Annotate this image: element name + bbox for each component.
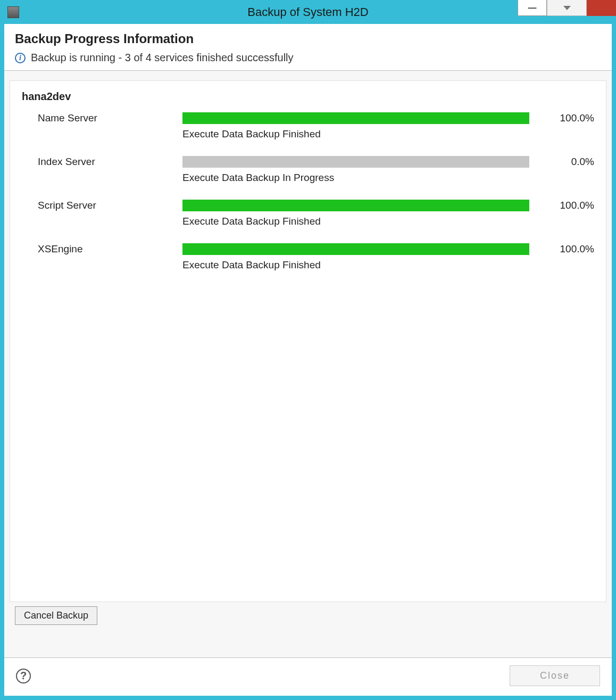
help-icon[interactable]: ? <box>16 669 31 683</box>
progress-bar-fill <box>182 112 529 124</box>
page-title: Backup Progress Information <box>15 31 601 46</box>
dialog-header: Backup Progress Information i Backup is … <box>4 24 612 71</box>
progress-cell: Execute Data Backup In Progress <box>182 156 529 184</box>
service-name: Index Server <box>22 156 176 168</box>
host-name: hana2dev <box>22 90 594 103</box>
status-text: Backup is running - 3 of 4 services fini… <box>31 52 294 64</box>
service-row: Index ServerExecute Data Backup In Progr… <box>22 156 594 184</box>
service-row: XSEngineExecute Data Backup Finished100.… <box>22 243 594 271</box>
progress-panel: hana2dev Name ServerExecute Data Backup … <box>10 80 606 602</box>
service-status: Execute Data Backup Finished <box>182 259 529 271</box>
minimize-button[interactable]: ─ <box>518 0 547 16</box>
progress-cell: Execute Data Backup Finished <box>182 200 529 227</box>
close-window-button[interactable] <box>587 0 616 16</box>
chevron-down-icon <box>563 6 571 10</box>
cancel-area: Cancel Backup <box>10 602 606 631</box>
progress-bar-fill <box>182 200 529 211</box>
progress-bar <box>182 156 529 168</box>
service-percent: 0.0% <box>536 156 594 168</box>
progress-cell: Execute Data Backup Finished <box>182 243 529 271</box>
window-icon <box>7 6 19 18</box>
progress-bar <box>182 243 529 255</box>
service-name: Script Server <box>22 200 176 211</box>
service-name: Name Server <box>22 112 176 124</box>
progress-bar <box>182 112 529 124</box>
progress-bar-fill <box>182 243 529 255</box>
service-percent: 100.0% <box>536 243 594 255</box>
progress-cell: Execute Data Backup Finished <box>182 112 529 140</box>
service-status: Execute Data Backup In Progress <box>182 172 529 184</box>
info-icon: i <box>15 53 26 63</box>
dialog-body: Backup Progress Information i Backup is … <box>4 24 612 696</box>
service-status: Execute Data Backup Finished <box>182 128 529 140</box>
service-percent: 100.0% <box>536 200 594 211</box>
service-name: XSEngine <box>22 243 176 255</box>
close-button[interactable]: Close <box>510 665 600 686</box>
progress-area: hana2dev Name ServerExecute Data Backup … <box>4 71 612 657</box>
dropdown-control[interactable] <box>547 0 587 16</box>
cancel-backup-button[interactable]: Cancel Backup <box>15 606 97 625</box>
progress-bar <box>182 200 529 211</box>
service-row: Script ServerExecute Data Backup Finishe… <box>22 200 594 227</box>
dialog-footer: ? Close <box>4 657 612 696</box>
services-list: Name ServerExecute Data Backup Finished1… <box>22 112 594 271</box>
titlebar[interactable]: Backup of System H2D ─ <box>0 0 616 24</box>
service-row: Name ServerExecute Data Backup Finished1… <box>22 112 594 140</box>
service-status: Execute Data Backup Finished <box>182 216 529 227</box>
window-controls: ─ <box>518 0 616 16</box>
service-percent: 100.0% <box>536 112 594 124</box>
status-line: i Backup is running - 3 of 4 services fi… <box>15 52 601 64</box>
